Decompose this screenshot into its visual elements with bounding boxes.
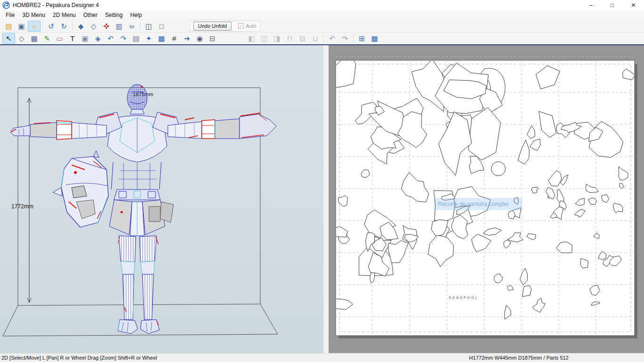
toolbar-main-buttons: ▨▣☼↺↻◆◇✜▥∞◫□ xyxy=(2,20,168,32)
capture-watermark: Recorte de pantalla complet xyxy=(434,198,522,210)
measure-icon[interactable]: ▥ xyxy=(113,21,125,32)
redo-icon[interactable]: ↷ xyxy=(117,33,130,44)
material-icon[interactable]: ◈ xyxy=(91,33,104,44)
rotate-view-icon: ↺ xyxy=(48,23,54,30)
minimize-button[interactable]: – xyxy=(580,0,602,10)
align-right-icon[interactable]: ◨ xyxy=(271,33,283,44)
align-left-icon[interactable]: ◧ xyxy=(245,33,258,44)
auto-layout-icon: ▩ xyxy=(158,35,165,42)
align-center-icon[interactable]: ◫ xyxy=(258,33,271,44)
export-page-icon: ➔ xyxy=(184,35,190,42)
pin-icon[interactable]: ✜ xyxy=(100,21,113,32)
export-page-icon[interactable]: ➔ xyxy=(181,33,193,44)
image-tool-icon[interactable]: ▣ xyxy=(79,33,91,44)
auto-checkbox-icon[interactable]: ✓ xyxy=(238,23,244,29)
select-move-icon: ↖ xyxy=(6,35,12,42)
edit-flap-icon[interactable]: ◇ xyxy=(15,33,28,44)
model-3d[interactable] xyxy=(10,84,276,334)
eraser-icon: ▭ xyxy=(56,35,63,42)
divide-face-icon[interactable]: ▦ xyxy=(28,33,41,44)
redo-icon: ↷ xyxy=(120,35,126,42)
height-dimension-label: 1772mm xyxy=(11,203,33,210)
spin-view-icon[interactable]: ↻ xyxy=(58,21,70,32)
pack-parts-icon: ▩ xyxy=(371,35,378,42)
title-bar: HOMBRE2 - Pepakura Designer 4 – □ ✕ xyxy=(0,0,644,10)
text-tool-icon[interactable]: T xyxy=(66,33,79,44)
maximize-button[interactable]: □ xyxy=(602,0,623,10)
rotate-view-icon[interactable]: ↺ xyxy=(45,21,58,32)
rotate-cw-icon[interactable]: ↷ xyxy=(339,33,351,44)
align-top-icon: ⊓ xyxy=(287,35,293,42)
menu-setting[interactable]: Setting xyxy=(101,11,126,19)
align-middle-icon[interactable]: ⊟ xyxy=(296,33,309,44)
print-icon[interactable]: ⊟ xyxy=(206,33,219,44)
pack-parts-icon[interactable]: ▩ xyxy=(368,33,381,44)
close-button[interactable]: ✕ xyxy=(623,0,644,10)
measure-icon: ▥ xyxy=(116,23,122,30)
check-sheet-icon[interactable]: ▤ xyxy=(130,33,142,44)
single-view-icon[interactable]: □ xyxy=(155,21,168,32)
show-solid-icon: ◆ xyxy=(78,23,84,30)
show-wire-icon[interactable]: ◇ xyxy=(87,21,100,32)
page-shadow xyxy=(635,64,637,338)
menu-help[interactable]: Help xyxy=(126,11,146,19)
pin-icon: ✜ xyxy=(103,23,109,30)
helmet-part[interactable] xyxy=(53,151,108,227)
scatter-parts-icon[interactable]: ✦ xyxy=(142,33,155,44)
open-file-icon[interactable]: ▨ xyxy=(2,21,15,32)
numbering-icon[interactable]: # xyxy=(168,33,181,44)
spin-view-icon: ↻ xyxy=(61,23,67,30)
undo-unfold-button[interactable]: Undo Unfold xyxy=(193,22,231,31)
image-tool-icon: ▣ xyxy=(82,35,88,42)
pattern-piece[interactable] xyxy=(491,162,505,176)
select-move-icon[interactable]: ↖ xyxy=(2,33,15,44)
show-solid-icon[interactable]: ◆ xyxy=(74,21,87,32)
undo-icon[interactable]: ↶ xyxy=(104,33,117,44)
numbering-icon: # xyxy=(172,35,176,42)
pattern-piece[interactable] xyxy=(329,53,356,88)
status-bar: 2D [Select/Move] L [Pan] R or Wheel Drag… xyxy=(0,353,644,362)
menu-3d-menu[interactable]: 3D Menu xyxy=(18,11,49,19)
app-logo-icon xyxy=(2,1,10,9)
save-file-icon[interactable]: ▣ xyxy=(15,21,28,32)
auto-layout-icon[interactable]: ▩ xyxy=(155,33,168,44)
window-controls: – □ ✕ xyxy=(580,0,644,10)
auto-unfold-toggle[interactable]: ✓ Auto xyxy=(238,23,256,29)
3d-viewport[interactable]: 1772mm 1875mm xyxy=(0,45,323,353)
link-views-icon[interactable]: ∞ xyxy=(125,21,138,32)
align-top-icon[interactable]: ⊓ xyxy=(283,33,296,44)
open-file-icon: ▨ xyxy=(5,23,12,30)
edge-color-icon[interactable]: ✎ xyxy=(41,33,53,44)
capture-icon[interactable]: ◉ xyxy=(193,33,206,44)
scatter-parts-icon: ✦ xyxy=(146,35,152,42)
page-label: DEADPOOL xyxy=(449,296,479,299)
menu-bar: File3D Menu2D MenuOtherSettingHelp xyxy=(0,10,644,20)
render-toggle-icon[interactable]: ☼ xyxy=(28,21,41,32)
watermark-text: Recorte de pantalla complet xyxy=(438,201,509,207)
menu-file[interactable]: File xyxy=(2,11,18,19)
split-view-icon[interactable]: ◫ xyxy=(142,21,155,32)
check-sheet-icon: ▤ xyxy=(132,35,139,42)
page-shadow xyxy=(339,336,637,338)
arrange-parts-icon: ⊞ xyxy=(359,35,365,42)
save-file-icon: ▣ xyxy=(18,23,25,30)
menu-other[interactable]: Other xyxy=(80,11,101,19)
align-center-icon: ◫ xyxy=(261,35,267,42)
undo-icon: ↶ xyxy=(107,35,114,42)
pane-splitter[interactable] xyxy=(323,45,329,353)
2d-viewport[interactable]: Recorte de pantalla complet DEADPOOL xyxy=(329,45,644,353)
toolbar-gap xyxy=(219,38,245,39)
align-bottom-icon: ⊔ xyxy=(313,35,318,42)
toolbar-main: ▨▣☼↺↻◆◇✜▥∞◫□ Undo Unfold ✓ Auto xyxy=(0,20,644,33)
align-right-icon: ◨ xyxy=(273,35,280,42)
align-bottom-icon[interactable]: ⊔ xyxy=(309,33,322,44)
eraser-icon[interactable]: ▭ xyxy=(53,33,66,44)
rotate-cw-icon: ↷ xyxy=(342,35,348,42)
arrange-parts-icon[interactable]: ⊞ xyxy=(355,33,368,44)
auto-label: Auto xyxy=(246,23,256,29)
print-icon: ⊟ xyxy=(209,35,215,42)
menu-2d-menu[interactable]: 2D Menu xyxy=(49,11,80,19)
edge-color-icon: ✎ xyxy=(44,35,50,42)
rotate-ccw-icon[interactable]: ↶ xyxy=(326,33,339,44)
rotate-ccw-icon: ↶ xyxy=(329,35,335,42)
